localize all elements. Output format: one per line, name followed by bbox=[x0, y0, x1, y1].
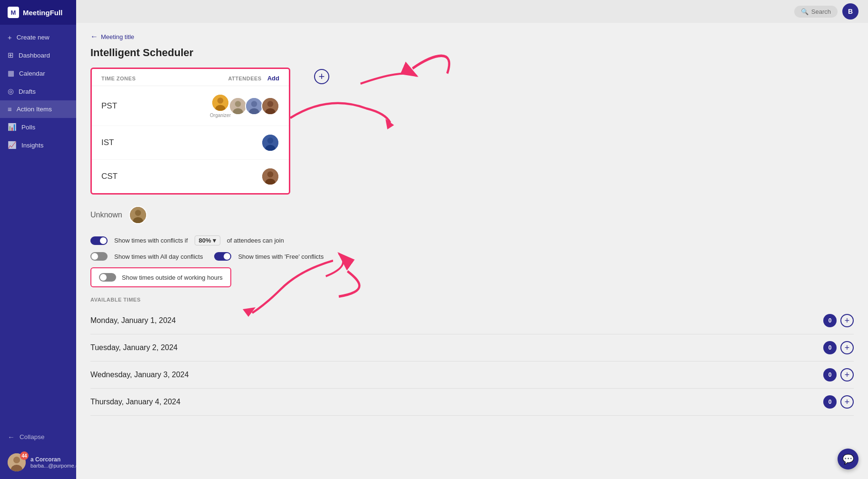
chat-button[interactable]: 💬 bbox=[838, 449, 858, 469]
allday-toggle[interactable] bbox=[90, 252, 108, 261]
timezone-label-pst: PST bbox=[101, 101, 139, 111]
timezone-row-cst: CST bbox=[92, 160, 289, 193]
add-attendee-link[interactable]: Add bbox=[267, 75, 279, 82]
topbar: 🔍 Search B bbox=[76, 0, 868, 23]
sidebar-item-calendar[interactable]: ▦ Calendar bbox=[0, 64, 76, 82]
avatars-ist bbox=[261, 134, 279, 152]
user-name: a Corcoran bbox=[30, 456, 83, 463]
count-badge-1: 0 bbox=[823, 341, 837, 354]
sidebar-item-label: Collapse bbox=[20, 433, 45, 440]
svg-point-24 bbox=[135, 210, 141, 216]
count-badge-2: 0 bbox=[823, 368, 837, 381]
organizer-label: Organizer bbox=[210, 113, 231, 118]
logo-icon: M bbox=[8, 7, 19, 18]
app-name: MeetingFull bbox=[23, 9, 62, 17]
timezone-card-header: TIME ZONES ATTENDEES Add bbox=[92, 69, 289, 86]
avatar-3 bbox=[261, 97, 279, 115]
free-label: Show times with 'Free' conflicts bbox=[238, 253, 324, 260]
toggle-thumb bbox=[100, 274, 107, 281]
sidebar-item-label: Insights bbox=[21, 142, 44, 149]
working-hours-toggle[interactable] bbox=[99, 273, 116, 282]
search-bar[interactable]: 🔍 Search bbox=[794, 6, 838, 18]
main-area: 🔍 Search B ← Meeting title Intelligent S… bbox=[76, 0, 868, 479]
percent-badge[interactable]: 80% ▾ bbox=[195, 235, 220, 245]
right-arrow-annotation bbox=[290, 70, 433, 166]
conflict-toggle-row: Show times with conflicts if 80% ▾ of at… bbox=[90, 235, 854, 245]
page-title: Intelligent Scheduler bbox=[90, 47, 854, 59]
sidebar-item-label: Polls bbox=[21, 124, 35, 131]
date-label-3: Thursday, January 4, 2024 bbox=[90, 398, 823, 406]
svg-marker-26 bbox=[385, 119, 394, 129]
sidebar-item-label: Action Items bbox=[17, 106, 52, 113]
date-plus-3[interactable]: + bbox=[840, 395, 854, 409]
sidebar-item-collapse[interactable]: ← Collapse bbox=[0, 428, 76, 446]
allday-label: Show times with All day conflicts bbox=[114, 253, 203, 260]
count-badge-0: 0 bbox=[823, 314, 837, 327]
sidebar-item-label: Create new bbox=[17, 34, 49, 41]
avatar-organizer bbox=[211, 94, 229, 112]
sidebar-item-insights[interactable]: 📈 Insights bbox=[0, 136, 76, 154]
sidebar-logo: M MeetingFull bbox=[0, 0, 76, 25]
back-arrow-icon: ← bbox=[90, 32, 98, 41]
dashboard-icon: ⊞ bbox=[8, 51, 14, 59]
user-info: a Corcoran barba...@purpome.c... bbox=[30, 456, 83, 469]
sidebar-item-label: Drafts bbox=[19, 88, 36, 95]
avatars-cst bbox=[261, 167, 279, 186]
collapse-icon: ← bbox=[8, 433, 15, 441]
available-times-section: AVAILABLE TIMES Monday, January 1, 2024 … bbox=[90, 297, 854, 416]
svg-point-15 bbox=[267, 101, 274, 107]
avatar-unknown bbox=[129, 206, 147, 224]
date-plus-1[interactable]: + bbox=[840, 341, 854, 354]
timezone-card: TIME ZONES ATTENDEES Add PST Organizer bbox=[90, 68, 290, 195]
timezone-col-label: TIME ZONES bbox=[101, 76, 136, 81]
svg-point-12 bbox=[251, 101, 257, 107]
timezone-row-pst: PST Organizer bbox=[92, 86, 289, 126]
avatar-1 bbox=[229, 97, 247, 115]
toggle-thumb bbox=[91, 253, 98, 260]
date-plus-0[interactable]: + bbox=[840, 314, 854, 327]
attendees-col-label: ATTENDEES bbox=[228, 76, 261, 81]
count-badge-3: 0 bbox=[823, 395, 837, 409]
conflict-toggle[interactable] bbox=[90, 236, 108, 245]
available-times-label: AVAILABLE TIMES bbox=[90, 297, 854, 303]
sidebar-item-drafts[interactable]: ◎ Drafts bbox=[0, 82, 76, 100]
date-actions-1: 0 + bbox=[823, 341, 854, 354]
user-email: barba...@purpome.c... bbox=[30, 463, 83, 469]
add-column-button[interactable]: + bbox=[314, 69, 329, 84]
allday-free-row: Show times with All day conflicts Show t… bbox=[90, 252, 854, 261]
chevron-down-icon: ▾ bbox=[213, 237, 216, 244]
avatar-2 bbox=[245, 97, 263, 115]
search-icon: 🔍 bbox=[801, 8, 809, 15]
timezone-label-cst: CST bbox=[101, 172, 139, 181]
sidebar-footer: 44 a Corcoran barba...@purpome.c... bbox=[0, 446, 76, 479]
calendar-icon: ▦ bbox=[8, 69, 14, 78]
unknown-label: Unknown bbox=[90, 211, 122, 219]
timezone-label-ist: IST bbox=[101, 138, 139, 147]
avatar-cst bbox=[261, 167, 279, 186]
avatar-ist bbox=[261, 134, 279, 152]
date-plus-2[interactable]: + bbox=[840, 368, 854, 381]
free-toggle[interactable] bbox=[214, 252, 231, 261]
date-row-1: Tuesday, January 2, 2024 0 + bbox=[90, 334, 854, 362]
percent-value: 80% bbox=[199, 237, 211, 244]
topbar-avatar: B bbox=[842, 3, 858, 20]
drafts-icon: ◎ bbox=[8, 87, 14, 96]
date-label-0: Monday, January 1, 2024 bbox=[90, 316, 823, 325]
date-row-2: Wednesday, January 3, 2024 0 + bbox=[90, 362, 854, 389]
sidebar-item-polls[interactable]: 📊 Polls bbox=[0, 118, 76, 136]
date-label-2: Wednesday, January 3, 2024 bbox=[90, 371, 823, 379]
svg-point-6 bbox=[217, 98, 224, 104]
date-actions-0: 0 + bbox=[823, 314, 854, 327]
controls-section: Show times with conflicts if 80% ▾ of at… bbox=[90, 235, 854, 287]
sidebar-item-create[interactable]: + Create new bbox=[0, 29, 76, 46]
action-items-icon: ≡ bbox=[8, 105, 12, 113]
sidebar-item-dashboard[interactable]: ⊞ Dashboard bbox=[0, 46, 76, 64]
plus-icon: + bbox=[8, 33, 12, 41]
polls-icon: 📊 bbox=[8, 123, 17, 131]
toggle-thumb bbox=[100, 237, 107, 244]
sidebar-item-action-items[interactable]: ≡ Action Items bbox=[0, 100, 76, 118]
breadcrumb[interactable]: ← Meeting title bbox=[90, 32, 854, 41]
organizer-wrap: Organizer bbox=[210, 94, 231, 118]
content-area: ← Meeting title Intelligent Scheduler bbox=[76, 23, 868, 479]
svg-point-9 bbox=[235, 101, 241, 107]
